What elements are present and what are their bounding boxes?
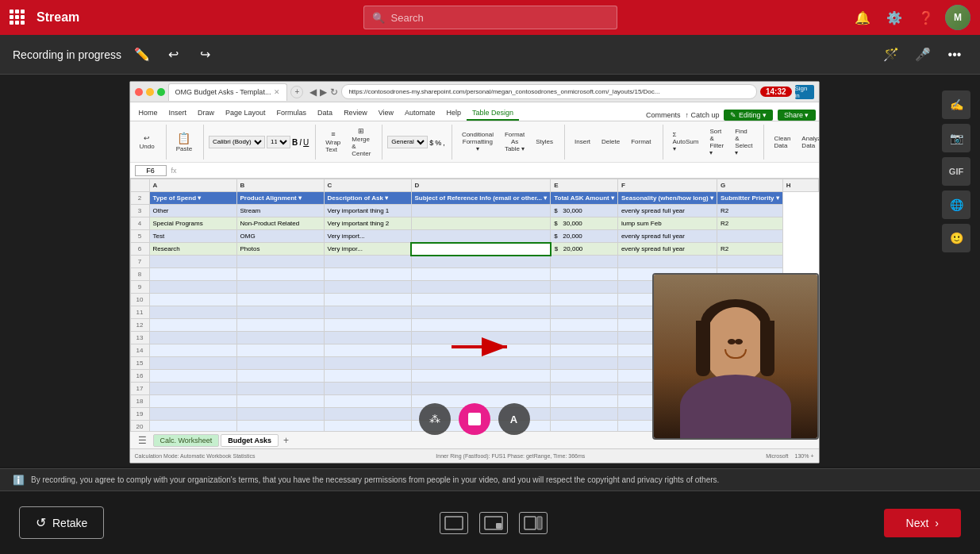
editing-dropdown[interactable]: ✎ Editing ▾ <box>724 110 773 121</box>
formula-input[interactable] <box>182 167 814 175</box>
row4-season[interactable]: lump sum Feb <box>617 217 717 230</box>
nav-sheets-icon[interactable]: ☰ <box>133 435 152 446</box>
comma-btn[interactable]: , <box>443 139 445 147</box>
more-options-icon[interactable]: ••• <box>942 42 967 67</box>
row4-priority[interactable]: R2 <box>717 217 782 230</box>
row4-amount[interactable]: $ 30,000 <box>551 217 618 230</box>
total-ask-header[interactable]: Total ASK Amount ▾ <box>551 192 618 205</box>
search-bar[interactable]: 🔍 <box>363 6 617 29</box>
row6-subject-active-cell[interactable] <box>411 243 551 256</box>
row4-subject[interactable] <box>411 217 551 230</box>
notifications-icon[interactable]: 🔔 <box>850 5 875 30</box>
row6-alignment[interactable]: Photos <box>236 243 324 256</box>
share-btn[interactable]: Share ▾ <box>778 110 816 121</box>
merge-center-btn[interactable]: ⊞Merge & Center <box>347 125 375 159</box>
row6-priority[interactable]: R2 <box>717 243 782 256</box>
delete-btn[interactable]: Delete <box>597 137 625 147</box>
user-avatar[interactable]: M <box>945 5 970 30</box>
percent-btn[interactable]: % <box>435 139 441 147</box>
clean-data-btn[interactable]: CleanData <box>769 133 795 151</box>
sort-filter-btn[interactable]: Sort & Filter ▾ <box>705 126 728 158</box>
format-btn[interactable]: Format <box>626 137 655 147</box>
row5-alignment[interactable]: OMG <box>236 230 324 243</box>
stop-recording-btn[interactable] <box>459 403 490 435</box>
row5-amount[interactable]: $ 20,000 <box>551 230 618 243</box>
browser-tab[interactable]: OMG Budget Asks - Templat... ✕ <box>168 83 288 101</box>
col-e-header[interactable]: E <box>551 179 618 192</box>
tab-help[interactable]: Help <box>441 106 467 121</box>
row3-season[interactable]: evenly spread full year <box>617 205 717 217</box>
row5-subject[interactable] <box>411 230 551 243</box>
redo-icon[interactable]: ↪ <box>194 44 217 66</box>
col-h-header[interactable]: H <box>782 179 818 192</box>
autosum-btn[interactable]: Σ AutoSum ▾ <box>668 129 704 154</box>
row3-subject[interactable] <box>411 205 551 217</box>
search-input[interactable] <box>391 12 609 24</box>
sign-in-button[interactable]: Sign in <box>795 85 814 99</box>
tab-review[interactable]: Review <box>338 106 373 121</box>
new-tab-button[interactable]: + <box>290 86 303 98</box>
status-zoom[interactable]: 130% + <box>795 453 814 459</box>
back-icon[interactable]: ◀ <box>309 87 317 98</box>
row6-type[interactable]: Research <box>149 243 236 256</box>
magic-wand-icon[interactable]: 🪄 <box>878 42 904 67</box>
find-select-btn[interactable]: Find & Select ▾ <box>730 126 757 158</box>
type-of-spend-header[interactable]: Type of Spend ▾ <box>149 192 236 205</box>
ink-icon[interactable]: ✏️ <box>131 44 153 66</box>
sheet-calc-worksheet[interactable]: Calc. Worksheet <box>153 434 220 447</box>
retake-button[interactable]: ↺ Retake <box>19 506 104 539</box>
row6-season[interactable]: evenly spread full year <box>617 243 717 256</box>
row3-amount[interactable]: $ 30,000 <box>551 205 618 217</box>
font-family-select[interactable]: Calibri (Body) <box>209 136 265 148</box>
screen-with-cam-layout-btn[interactable] <box>479 512 508 534</box>
address-bar[interactable]: https://contosodrones-my.sharepoint.com/… <box>341 84 757 99</box>
tab-automate[interactable]: Automate <box>399 106 441 121</box>
seasonality-header[interactable]: Seasonality (when/how long) ▾ <box>617 192 717 205</box>
italic-btn[interactable]: I <box>299 138 302 147</box>
row5-desc[interactable]: Very import... <box>324 230 411 243</box>
col-a-header[interactable]: A <box>149 179 236 192</box>
row6-desc[interactable]: Very impor... <box>324 243 411 256</box>
undo-icon[interactable]: ↩ <box>163 44 185 66</box>
currency-btn[interactable]: $ <box>429 139 433 147</box>
tab-insert[interactable]: Insert <box>163 106 193 121</box>
submitter-priority-header[interactable]: Submitter Priority ▾ <box>717 192 782 205</box>
number-format-select[interactable]: General <box>387 136 428 148</box>
col-b-header[interactable]: B <box>236 179 324 192</box>
catch-up-btn[interactable]: ↑ Catch up <box>685 111 719 119</box>
analyze-data-btn[interactable]: AnalyzeData <box>797 133 818 151</box>
screen-only-layout-btn[interactable] <box>440 512 468 534</box>
subject-ref-header[interactable]: Subject of Reference Info (email or othe… <box>411 192 551 205</box>
row3-desc[interactable]: Very important thing 1 <box>324 205 411 217</box>
description-header[interactable]: Description of Ask ▾ <box>324 192 411 205</box>
microphone-icon[interactable]: 🎤 <box>910 42 936 67</box>
tab-data[interactable]: Data <box>312 106 338 121</box>
insert-btn[interactable]: Insert <box>570 137 595 147</box>
font-size-select[interactable]: 11 <box>267 136 290 148</box>
col-c-header[interactable]: C <box>324 179 411 192</box>
screen-cam-alt-layout-btn[interactable] <box>519 512 548 534</box>
col-f-header[interactable]: F <box>617 179 717 192</box>
add-sheet-icon[interactable]: + <box>280 435 292 446</box>
row4-alignment[interactable]: Non-Product Related <box>236 217 324 230</box>
tab-formulas[interactable]: Formulas <box>271 106 313 121</box>
wrap-text-btn[interactable]: ≡Wrap Text <box>321 129 345 155</box>
cell-reference-box[interactable] <box>135 165 167 176</box>
comments-btn[interactable]: Comments <box>646 111 681 119</box>
grid-icon[interactable] <box>10 10 25 25</box>
row4-type[interactable]: Special Programs <box>149 217 236 230</box>
col-d-header[interactable]: D <box>411 179 551 192</box>
tab-page-layout[interactable]: Page Layout <box>220 106 271 121</box>
underline-btn[interactable]: U <box>303 138 309 147</box>
globe-icon[interactable]: 🌐 <box>942 190 970 219</box>
product-alignment-header[interactable]: Product Alignment ▾ <box>236 192 324 205</box>
filter-control-btn[interactable]: ⁂ <box>419 403 451 435</box>
row5-season[interactable]: evenly spread full year <box>617 230 717 243</box>
format-as-table-btn[interactable]: Format AsTable ▾ <box>500 129 529 154</box>
help-icon[interactable]: ❓ <box>913 5 939 30</box>
tab-view[interactable]: View <box>373 106 399 121</box>
cell-styles-btn[interactable]: Styles <box>531 137 558 147</box>
row5-type[interactable]: Test <box>149 230 236 243</box>
undo-btn[interactable]: ↩Undo <box>135 133 159 152</box>
tab-close-icon[interactable]: ✕ <box>274 88 280 96</box>
